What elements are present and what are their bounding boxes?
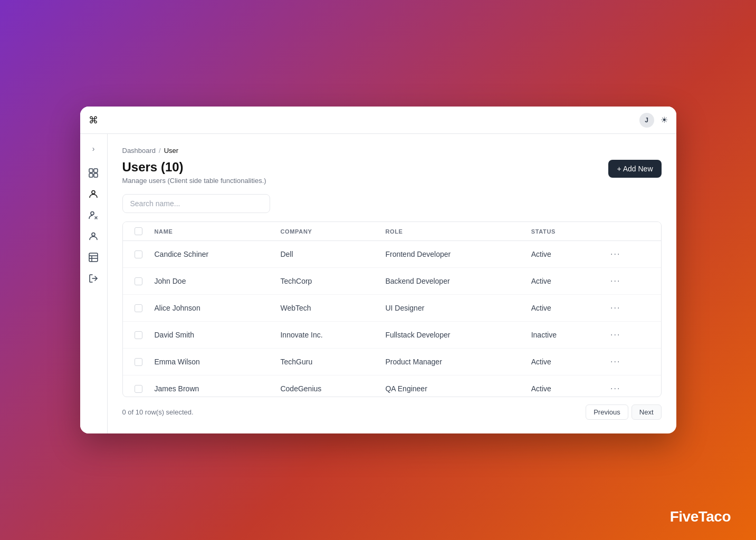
page-header: Users (10) Manage users (Client side tab…	[122, 160, 662, 185]
add-new-button[interactable]: + Add New	[608, 160, 661, 178]
row-checkbox-cell	[123, 241, 146, 268]
cell-role: Backend Developer	[377, 268, 522, 295]
sidebar-item-table[interactable]	[84, 248, 103, 267]
row-checkbox-cell	[123, 268, 146, 295]
previous-button[interactable]: Previous	[586, 404, 628, 420]
cell-role: Frontend Developer	[377, 241, 522, 268]
col-role: ROLE	[377, 222, 522, 241]
cell-company: TechGuru	[272, 349, 377, 375]
col-name: NAME	[146, 222, 272, 241]
table-footer: 0 of 10 row(s) selected. Previous Next	[122, 397, 662, 421]
cell-actions: ···	[598, 295, 661, 322]
row-checkbox-3[interactable]	[135, 331, 142, 339]
app-logo: ⌘	[89, 114, 98, 126]
cell-status: Active	[523, 241, 598, 268]
svg-rect-0	[89, 169, 93, 172]
cell-role: QA Engineer	[377, 375, 522, 398]
sidebar-toggle[interactable]: ›	[85, 140, 102, 157]
app-window: ⌘ J ☀ ›	[80, 107, 676, 433]
users-table: NAME COMPANY ROLE STATUS Candice Schiner…	[123, 222, 661, 397]
sidebar-item-profile[interactable]	[84, 227, 103, 246]
cell-role: Product Manager	[377, 349, 522, 375]
breadcrumb-parent[interactable]: Dashboard	[122, 147, 156, 155]
row-checkbox-2[interactable]	[135, 304, 142, 312]
cell-actions: ···	[598, 241, 661, 268]
search-input[interactable]	[122, 194, 270, 213]
row-checkbox-cell	[123, 322, 146, 349]
pagination: Previous Next	[586, 404, 661, 420]
cell-company: CodeGenius	[272, 375, 377, 398]
cell-status: Active	[523, 268, 598, 295]
page-subtitle: Manage users (Client side table function…	[122, 177, 266, 185]
cell-actions: ···	[598, 268, 661, 295]
sidebar-item-logout[interactable]	[84, 269, 103, 288]
row-checkbox-1[interactable]	[135, 277, 142, 285]
svg-rect-1	[94, 169, 98, 172]
row-more-button-3[interactable]: ···	[606, 328, 625, 342]
row-checkbox-cell	[123, 349, 146, 375]
table-row: John Doe TechCorp Backend Developer Acti…	[123, 268, 661, 295]
cell-name: Emma Wilson	[146, 349, 272, 375]
selection-info: 0 of 10 row(s) selected.	[122, 408, 194, 416]
sidebar-item-dashboard[interactable]	[84, 163, 103, 182]
col-actions	[598, 222, 661, 241]
svg-rect-3	[94, 173, 98, 177]
svg-point-5	[91, 212, 94, 215]
content-area: Dashboard / User Users (10) Manage users…	[108, 134, 676, 433]
row-more-button-0[interactable]: ···	[606, 247, 625, 261]
table-row: Candice Schiner Dell Frontend Developer …	[123, 241, 661, 268]
cell-name: Candice Schiner	[146, 241, 272, 268]
select-all-checkbox[interactable]	[135, 227, 142, 235]
breadcrumb-current: User	[164, 147, 178, 155]
next-button[interactable]: Next	[631, 404, 662, 420]
table-row: James Brown CodeGenius QA Engineer Activ…	[123, 375, 661, 398]
cell-company: WebTech	[272, 295, 377, 322]
row-checkbox-cell	[123, 295, 146, 322]
top-bar-right: J ☀	[639, 113, 668, 128]
page-title: Users (10)	[122, 160, 266, 175]
cell-status: Active	[523, 349, 598, 375]
theme-toggle-icon[interactable]: ☀	[661, 115, 668, 125]
sidebar-item-users[interactable]	[84, 185, 103, 204]
cell-role: Fullstack Developer	[377, 322, 522, 349]
breadcrumb-separator: /	[159, 147, 161, 155]
avatar[interactable]: J	[639, 113, 654, 128]
sidebar-item-user-settings[interactable]	[84, 206, 103, 225]
cell-role: UI Designer	[377, 295, 522, 322]
row-more-button-2[interactable]: ···	[606, 301, 625, 315]
table-container: NAME COMPANY ROLE STATUS Candice Schiner…	[122, 221, 662, 397]
svg-rect-7	[89, 253, 98, 262]
table-row: David Smith Innovate Inc. Fullstack Deve…	[123, 322, 661, 349]
sidebar: ›	[80, 134, 108, 433]
cell-status: Active	[523, 295, 598, 322]
cell-name: John Doe	[146, 268, 272, 295]
cell-name: David Smith	[146, 322, 272, 349]
col-company: COMPANY	[272, 222, 377, 241]
cell-name: James Brown	[146, 375, 272, 398]
row-checkbox-0[interactable]	[135, 250, 142, 258]
top-bar: ⌘ J ☀	[80, 107, 676, 134]
brand-watermark: FiveTaco	[670, 508, 731, 525]
table-row: Emma Wilson TechGuru Product Manager Act…	[123, 349, 661, 375]
row-more-button-4[interactable]: ···	[606, 355, 625, 369]
row-more-button-1[interactable]: ···	[606, 274, 625, 288]
svg-point-6	[92, 233, 95, 236]
cell-actions: ···	[598, 322, 661, 349]
cell-company: TechCorp	[272, 268, 377, 295]
svg-point-4	[92, 191, 95, 194]
row-checkbox-4[interactable]	[135, 358, 142, 366]
cell-status: Inactive	[523, 322, 598, 349]
breadcrumb: Dashboard / User	[122, 147, 662, 155]
row-more-button-5[interactable]: ···	[606, 382, 625, 396]
col-checkbox	[123, 222, 146, 241]
cell-name: Alice Johnson	[146, 295, 272, 322]
row-checkbox-5[interactable]	[135, 385, 142, 393]
table-row: Alice Johnson WebTech UI Designer Active…	[123, 295, 661, 322]
col-status: STATUS	[523, 222, 598, 241]
cell-actions: ···	[598, 375, 661, 398]
page-title-section: Users (10) Manage users (Client side tab…	[122, 160, 266, 185]
cell-company: Innovate Inc.	[272, 322, 377, 349]
cell-company: Dell	[272, 241, 377, 268]
svg-rect-2	[89, 173, 93, 177]
row-checkbox-cell	[123, 375, 146, 398]
